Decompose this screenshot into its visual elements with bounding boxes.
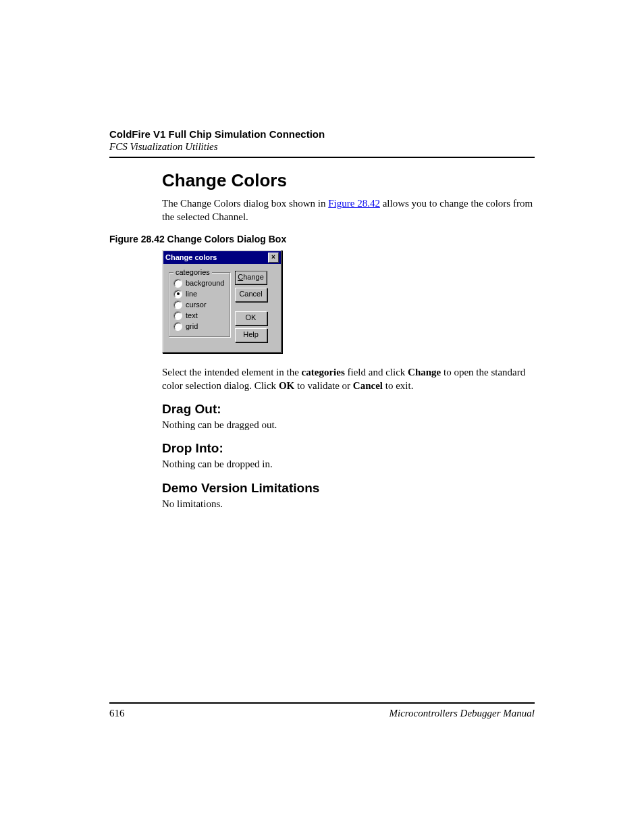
change-rest: hange xyxy=(243,273,264,281)
radio-icon xyxy=(173,290,182,298)
instr-b2: Change xyxy=(408,367,441,377)
cancel-button[interactable]: Cancel xyxy=(235,288,267,302)
header-rule xyxy=(109,157,535,158)
radio-background[interactable]: background xyxy=(173,279,225,288)
radio-icon xyxy=(173,301,182,309)
radio-grid[interactable]: grid xyxy=(173,322,225,331)
button-spacer xyxy=(235,305,267,309)
group-legend: categories xyxy=(173,268,212,276)
radio-text[interactable]: text xyxy=(173,311,225,320)
radio-label: line xyxy=(186,290,197,298)
radio-label: cursor xyxy=(186,301,207,309)
footer-rule xyxy=(109,702,535,704)
close-icon[interactable]: × xyxy=(268,253,279,263)
radio-icon xyxy=(173,279,182,288)
radio-line[interactable]: line xyxy=(173,290,225,298)
change-colors-dialog: Change colors × categories background li… xyxy=(162,250,282,353)
page-footer: 616 Microcontrollers Debugger Manual xyxy=(109,702,535,719)
radio-cursor[interactable]: cursor xyxy=(173,301,225,309)
instr-b4: Cancel xyxy=(353,380,383,391)
dialog-title: Change colors xyxy=(165,253,217,261)
instruction-paragraph: Select the intended element in the categ… xyxy=(162,365,535,393)
page-header: ColdFire V1 Full Chip Simulation Connect… xyxy=(109,128,535,158)
demo-body: No limitations. xyxy=(162,497,535,511)
section-heading: Change Colors xyxy=(162,170,535,191)
radio-icon xyxy=(173,322,182,331)
radio-label: text xyxy=(186,311,198,319)
dialog-screenshot: Change colors × categories background li… xyxy=(162,250,535,353)
change-accel: C xyxy=(238,273,243,281)
manual-title: Microcontrollers Debugger Manual xyxy=(389,708,535,719)
instr-b3: OK xyxy=(279,380,294,391)
header-subtitle: FCS Visualization Utilities xyxy=(109,141,535,153)
radio-label: background xyxy=(186,279,225,287)
dragout-heading: Drag Out: xyxy=(162,402,535,417)
dropinto-body: Nothing can be dropped in. xyxy=(162,457,535,471)
dropinto-heading: Drop Into: xyxy=(162,441,535,456)
intro-pre: The Change Colors dialog box shown in xyxy=(162,198,328,209)
ok-button[interactable]: OK xyxy=(235,311,267,325)
radio-label: grid xyxy=(186,322,198,330)
header-title: ColdFire V1 Full Chip Simulation Connect… xyxy=(109,128,535,140)
instr-p4: to validate or xyxy=(294,380,353,391)
dialog-buttons: Change Cancel OK Help xyxy=(235,271,267,342)
page-content: ColdFire V1 Full Chip Simulation Connect… xyxy=(0,0,644,511)
intro-paragraph: The Change Colors dialog box shown in Fi… xyxy=(162,197,535,224)
categories-group: categories background line cursor xyxy=(169,272,231,338)
dialog-titlebar: Change colors × xyxy=(163,251,281,264)
figure-caption: Figure 28.42 Change Colors Dialog Box xyxy=(109,234,535,244)
page-number: 616 xyxy=(109,708,125,719)
dragout-body: Nothing can be dragged out. xyxy=(162,418,535,432)
instr-b1: categories xyxy=(302,367,345,377)
help-button[interactable]: Help xyxy=(235,328,267,342)
change-button[interactable]: Change xyxy=(235,271,267,285)
dialog-body: categories background line cursor xyxy=(163,264,281,352)
demo-heading: Demo Version Limitations xyxy=(162,481,535,496)
radio-icon xyxy=(173,311,182,320)
instr-p2: field and click xyxy=(345,367,408,377)
instr-p1: Select the intended element in the xyxy=(162,367,302,377)
footer-row: 616 Microcontrollers Debugger Manual xyxy=(109,708,535,719)
figure-link[interactable]: Figure 28.42 xyxy=(328,198,380,209)
instr-p5: to exit. xyxy=(383,380,413,391)
